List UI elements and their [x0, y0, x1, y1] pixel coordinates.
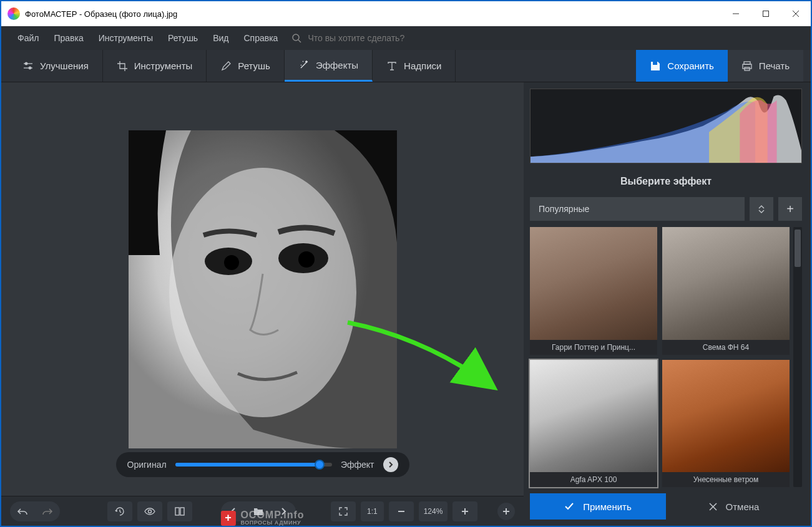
histogram[interactable] — [530, 89, 802, 163]
add-button[interactable] — [497, 503, 515, 520]
category-label: Популярные — [539, 204, 589, 214]
svg-point-18 — [298, 251, 315, 268]
menu-edit[interactable]: Правка — [46, 33, 90, 43]
canvas-area: Оригинал Эффект — [1, 82, 524, 526]
menubar: Файл Правка Инструменты Ретушь Вид Справ… — [1, 26, 811, 50]
bottom-bar: 1:1 124% + OCOMP.info ВОПРОСЫ АДМИНУ — [1, 496, 524, 526]
effect-card[interactable]: Свема ФН 64 — [662, 227, 790, 355]
category-row: Популярные + — [530, 197, 802, 221]
app-body: Файл Правка Инструменты Ретушь Вид Справ… — [1, 26, 811, 526]
slider-thumb[interactable] — [315, 460, 325, 470]
effect-label: Унесенные ветром — [662, 472, 790, 487]
effect-card[interactable]: Унесенные ветром — [662, 360, 790, 488]
undo-button[interactable] — [10, 501, 35, 521]
slider-track[interactable] — [175, 463, 332, 467]
effect-card[interactable]: Agfa APX 100 — [530, 360, 657, 488]
zoom-percent: 124% — [419, 501, 448, 521]
tab-retouch[interactable]: Ретушь — [207, 50, 285, 82]
tab-label: Надписи — [404, 60, 441, 71]
search-wrap — [291, 33, 470, 43]
menu-view[interactable]: Вид — [205, 33, 236, 43]
prev-file-button[interactable] — [221, 501, 246, 521]
svg-rect-1 — [763, 11, 769, 17]
search-icon — [291, 33, 301, 43]
svg-point-9 — [29, 67, 31, 69]
open-folder-button[interactable] — [246, 501, 271, 521]
slider-next-button[interactable] — [383, 457, 398, 472]
menu-help[interactable]: Справка — [236, 33, 285, 43]
print-icon — [741, 60, 753, 72]
save-button[interactable]: Сохранить — [636, 50, 728, 82]
sliders-icon — [22, 60, 34, 72]
side-panel: Выберите эффект Популярные + — [524, 82, 811, 526]
titlebar: ФотоМАСТЕР - Образец (фото лица).jpg — [1, 1, 811, 26]
effect-thumb — [530, 360, 657, 473]
effect-thumb — [662, 360, 790, 473]
effect-card[interactable]: Гарри Поттер и Принц... — [530, 227, 657, 355]
category-add-button[interactable]: + — [778, 197, 802, 221]
search-input[interactable] — [308, 33, 470, 43]
svg-rect-21 — [180, 508, 184, 515]
photo-preview — [129, 130, 397, 448]
slider-fill — [175, 463, 320, 467]
window-title: ФотоМАСТЕР - Образец (фото лица).jpg — [25, 9, 177, 19]
tab-tools[interactable]: Инструменты — [103, 50, 207, 82]
tab-label: Инструменты — [134, 60, 193, 71]
close-icon — [709, 503, 717, 511]
action-row: Применить Отмена — [530, 493, 802, 520]
tab-text[interactable]: Надписи — [373, 50, 456, 82]
effect-thumb — [530, 227, 657, 340]
category-updown[interactable] — [750, 197, 773, 221]
category-select[interactable]: Популярные — [530, 197, 745, 221]
menu-retouch[interactable]: Ретушь — [160, 33, 205, 43]
effect-label: Свема ФН 64 — [662, 340, 790, 355]
zoom-ratio-button[interactable]: 1:1 — [361, 501, 384, 521]
content: Оригинал Эффект — [1, 82, 811, 526]
svg-line-5 — [298, 40, 301, 42]
tab-label: Улучшения — [40, 60, 89, 71]
zoom-out-button[interactable] — [389, 501, 414, 521]
apply-label: Применить — [583, 501, 632, 512]
cancel-button[interactable]: Отмена — [666, 493, 802, 520]
save-icon — [650, 60, 661, 72]
toolbar: Улучшения Инструменты Ретушь Эффекты Над… — [1, 50, 811, 82]
svg-rect-11 — [743, 64, 751, 69]
svg-point-17 — [224, 255, 239, 270]
fit-screen-button[interactable] — [331, 501, 356, 521]
effects-grid: Гарри Поттер и Принц... Свема ФН 64 Agfa… — [530, 227, 790, 487]
menu-file[interactable]: Файл — [10, 33, 46, 43]
maximize-button[interactable] — [751, 1, 781, 26]
close-button[interactable] — [781, 1, 811, 26]
print-button[interactable]: Печать — [728, 50, 803, 82]
effects-scrollbar[interactable] — [793, 227, 802, 487]
crop-icon — [117, 60, 128, 72]
tab-effects[interactable]: Эффекты — [285, 50, 373, 82]
canvas-viewport[interactable]: Оригинал Эффект — [1, 82, 524, 496]
panel-title: Выберите эффект — [530, 170, 802, 191]
next-file-button[interactable] — [271, 501, 296, 521]
tab-label: Ретушь — [238, 60, 270, 71]
svg-rect-20 — [175, 508, 179, 515]
slider-label-effect: Эффект — [341, 460, 374, 470]
svg-point-19 — [149, 510, 152, 513]
redo-button[interactable] — [35, 501, 60, 521]
app-logo-icon — [7, 7, 20, 20]
effects-wrap: Гарри Поттер и Принц... Свема ФН 64 Agfa… — [530, 227, 802, 487]
tab-enhance[interactable]: Улучшения — [9, 50, 103, 82]
window-controls — [721, 1, 811, 26]
undo-redo-group — [10, 501, 60, 521]
zoom-in-button[interactable] — [452, 501, 477, 521]
effect-label: Agfa APX 100 — [530, 472, 657, 487]
save-label: Сохранить — [667, 60, 714, 71]
text-icon — [386, 60, 398, 72]
scrollbar-thumb[interactable] — [795, 230, 801, 267]
minimize-button[interactable] — [721, 1, 751, 26]
tab-label: Эффекты — [316, 60, 358, 70]
history-button[interactable] — [107, 501, 132, 521]
compare-button[interactable] — [167, 501, 192, 521]
menu-tools[interactable]: Инструменты — [91, 33, 160, 43]
effect-label: Гарри Поттер и Принц... — [530, 340, 657, 355]
preview-button[interactable] — [137, 501, 162, 521]
check-icon — [564, 502, 574, 511]
apply-button[interactable]: Применить — [530, 493, 666, 520]
